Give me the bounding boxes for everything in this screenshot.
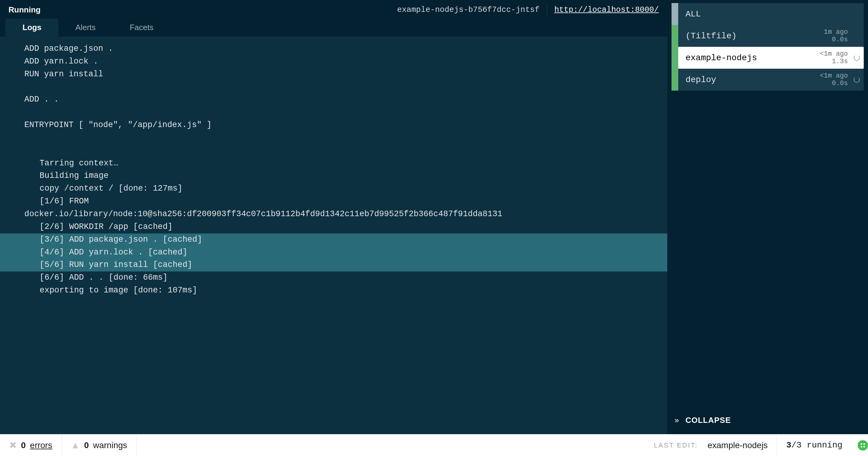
log-line: Tarring context…: [0, 157, 667, 170]
log-line: [3/6] ADD package.json . [cached]: [0, 233, 667, 246]
svg-rect-1: [863, 443, 865, 445]
sidebar-item-meta: <1m ago0.0s: [820, 72, 853, 88]
sidebar-item-label: ALL: [678, 9, 853, 19]
tab-bar: LogsAlertsFacets: [0, 20, 667, 36]
chevron-right-icon: »: [675, 416, 679, 425]
errors-cell[interactable]: ✖ 0 errors: [0, 434, 62, 456]
sidebar-item-meta: 1m ago0.0s: [824, 28, 853, 44]
log-line: [5/6] RUN yarn install [cached]: [0, 259, 667, 271]
last-edit-label: LAST EDIT:: [654, 442, 698, 449]
sidebar-item-tiltfile[interactable]: (Tiltfile)1m ago0.0s: [672, 25, 864, 47]
status-handle: [672, 3, 678, 25]
log-line: ADD yarn.lock .: [0, 55, 667, 68]
collapse-button[interactable]: » COLLAPSE: [672, 410, 864, 431]
refresh-icon[interactable]: [853, 55, 864, 61]
resource-sidebar: ALL(Tiltfile)1m ago0.0sexample-nodejs<1m…: [667, 0, 868, 434]
pod-name: example-nodejs-b756f7dcc-jntsf: [397, 5, 539, 14]
last-edit-value: example-nodejs: [707, 441, 768, 450]
status-handle: [672, 69, 678, 91]
warnings-label: warnings: [93, 441, 127, 450]
sidebar-item-examplenodejs[interactable]: example-nodejs<1m ago1.3s: [672, 47, 864, 69]
tab-alerts[interactable]: Alerts: [58, 19, 113, 36]
log-line: [2/6] WORKDIR /app [cached]: [0, 221, 667, 233]
sidebar-item-label: example-nodejs: [678, 53, 820, 63]
header-divider: [547, 4, 547, 16]
log-line: [0, 132, 667, 144]
errors-count: 0: [21, 441, 26, 450]
log-line: exporting to image [done: 107ms]: [0, 284, 667, 297]
running-status: 3/3 running: [777, 441, 851, 450]
status-footer: ✖ 0 errors ▲ 0 warnings LAST EDIT: examp…: [0, 434, 868, 456]
log-line: Building image: [0, 170, 667, 183]
header-bar: Running example-nodejs-b756f7dcc-jntsf h…: [0, 0, 667, 20]
log-line: ADD . .: [0, 93, 667, 106]
status-handle: [672, 47, 678, 69]
tab-facets[interactable]: Facets: [113, 19, 170, 36]
svg-rect-2: [861, 446, 862, 448]
log-line: copy /context / [done: 127ms]: [0, 183, 667, 195]
sidebar-item-label: deploy: [678, 75, 820, 85]
log-line: [4/6] ADD yarn.lock . [cached]: [0, 246, 667, 259]
log-line: [0, 81, 667, 94]
status-indicator-icon: [858, 440, 868, 451]
warnings-count: 0: [84, 441, 89, 450]
status-handle: [672, 25, 678, 47]
sidebar-item-all[interactable]: ALL: [672, 3, 864, 25]
log-line: docker.io/library/node:10@sha256:df20090…: [0, 208, 667, 221]
sidebar-item-meta: <1m ago1.3s: [820, 50, 853, 66]
errors-label: errors: [30, 441, 52, 450]
log-line: [0, 144, 667, 157]
log-line: [0, 106, 667, 119]
refresh-icon[interactable]: [853, 76, 864, 83]
sidebar-item-deploy[interactable]: deploy<1m ago0.0s: [672, 69, 864, 91]
log-line: RUN yarn install: [0, 68, 667, 81]
log-pane[interactable]: ADD package.json .ADD yarn.lock .RUN yar…: [0, 36, 667, 434]
status-title: Running: [8, 5, 40, 14]
svg-rect-3: [863, 446, 865, 448]
endpoint-url[interactable]: http://localhost:8000/: [554, 5, 659, 14]
last-edit-cell: LAST EDIT: example-nodejs: [645, 434, 777, 456]
log-line: ENTRYPOINT [ "node", "/app/index.js" ]: [0, 119, 667, 132]
collapse-label: COLLAPSE: [685, 416, 731, 425]
log-line: ADD package.json .: [0, 42, 667, 55]
tab-logs[interactable]: Logs: [5, 19, 58, 36]
warnings-cell[interactable]: ▲ 0 warnings: [62, 434, 136, 456]
error-icon: ✖: [9, 440, 17, 451]
warning-icon: ▲: [71, 440, 80, 451]
log-line: [1/6] FROM: [0, 195, 667, 208]
svg-rect-0: [861, 443, 862, 445]
log-line: [6/6] ADD . . [done: 66ms]: [0, 271, 667, 284]
sidebar-item-label: (Tiltfile): [678, 31, 824, 41]
